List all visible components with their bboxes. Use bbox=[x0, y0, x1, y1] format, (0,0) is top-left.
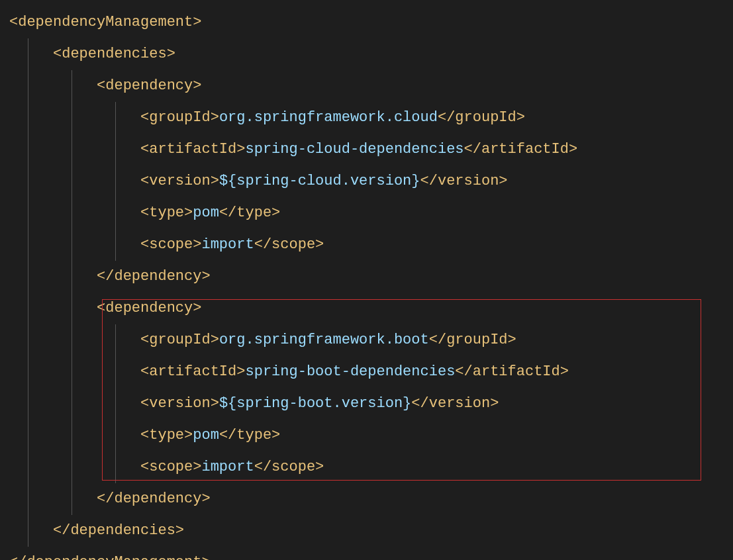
code-block: <dependencyManagement> <dependencies> <d… bbox=[9, 7, 724, 560]
xml-value: pom bbox=[193, 427, 219, 443]
xml-tag: <version> bbox=[140, 173, 219, 189]
xml-line: </dependency> bbox=[9, 261, 724, 293]
xml-value: spring-boot-dependencies bbox=[245, 363, 455, 380]
xml-tag: <dependencies> bbox=[53, 46, 175, 62]
xml-tag: </dependencies> bbox=[53, 522, 184, 539]
xml-tag: <groupId> bbox=[140, 332, 219, 348]
xml-value: org.springframework.cloud bbox=[219, 109, 438, 126]
xml-tag: </type> bbox=[219, 427, 280, 443]
xml-line: <artifactId>spring-boot-dependencies</ar… bbox=[9, 356, 724, 388]
xml-line: <type>pom</type> bbox=[9, 420, 724, 451]
xml-tag: </groupId> bbox=[429, 332, 516, 348]
xml-tag: </version> bbox=[420, 173, 508, 189]
xml-tag: <artifactId> bbox=[140, 363, 245, 380]
xml-line: <scope>import</scope> bbox=[9, 229, 724, 261]
xml-line: </dependency> bbox=[9, 483, 724, 515]
xml-tag: <scope> bbox=[140, 236, 201, 253]
xml-value: org.springframework.boot bbox=[219, 332, 429, 348]
xml-tag: <type> bbox=[140, 205, 193, 221]
xml-tag: </groupId> bbox=[438, 109, 525, 126]
xml-line: <artifactId>spring-cloud-dependencies</a… bbox=[9, 134, 724, 165]
xml-tag: <dependency> bbox=[97, 77, 201, 94]
xml-line: <type>pom</type> bbox=[9, 197, 724, 229]
xml-tag: </type> bbox=[219, 205, 280, 221]
xml-line: <version>${spring-cloud.version}</versio… bbox=[9, 165, 724, 197]
xml-line: <groupId>org.springframework.cloud</grou… bbox=[9, 102, 724, 134]
xml-tag: </scope> bbox=[254, 236, 324, 253]
xml-line: <dependency> bbox=[9, 293, 724, 324]
xml-value: ${spring-cloud.version} bbox=[219, 173, 420, 189]
xml-tag: <version> bbox=[140, 395, 219, 412]
xml-tag: </version> bbox=[411, 395, 499, 412]
xml-value: pom bbox=[193, 205, 219, 221]
xml-tag: <artifactId> bbox=[140, 141, 245, 158]
xml-line: <groupId>org.springframework.boot</group… bbox=[9, 324, 724, 356]
xml-value: ${spring-boot.version} bbox=[219, 395, 411, 412]
xml-line: </dependencyManagement> bbox=[9, 547, 724, 560]
xml-tag: </dependency> bbox=[97, 268, 211, 285]
xml-line: </dependencies> bbox=[9, 515, 724, 547]
xml-value: import bbox=[201, 459, 254, 475]
xml-line: <dependencyManagement> bbox=[9, 7, 724, 38]
xml-value: import bbox=[201, 236, 254, 253]
xml-tag: </dependency> bbox=[97, 490, 211, 507]
xml-tag: <dependency> bbox=[97, 300, 201, 316]
xml-line: <scope>import</scope> bbox=[9, 451, 724, 483]
xml-tag: <groupId> bbox=[140, 109, 219, 126]
xml-line: <dependencies> bbox=[9, 38, 724, 70]
xml-line: <version>${spring-boot.version}</version… bbox=[9, 388, 724, 420]
xml-tag: </artifactId> bbox=[455, 363, 569, 380]
xml-tag: <type> bbox=[140, 427, 193, 443]
xml-tag: <scope> bbox=[140, 459, 201, 475]
xml-tag: <dependencyManagement> bbox=[9, 14, 201, 30]
xml-tag: </dependencyManagement> bbox=[9, 554, 211, 560]
xml-value: spring-cloud-dependencies bbox=[245, 141, 464, 158]
xml-tag: </artifactId> bbox=[464, 141, 578, 158]
xml-line: <dependency> bbox=[9, 70, 724, 102]
xml-tag: </scope> bbox=[254, 459, 324, 475]
